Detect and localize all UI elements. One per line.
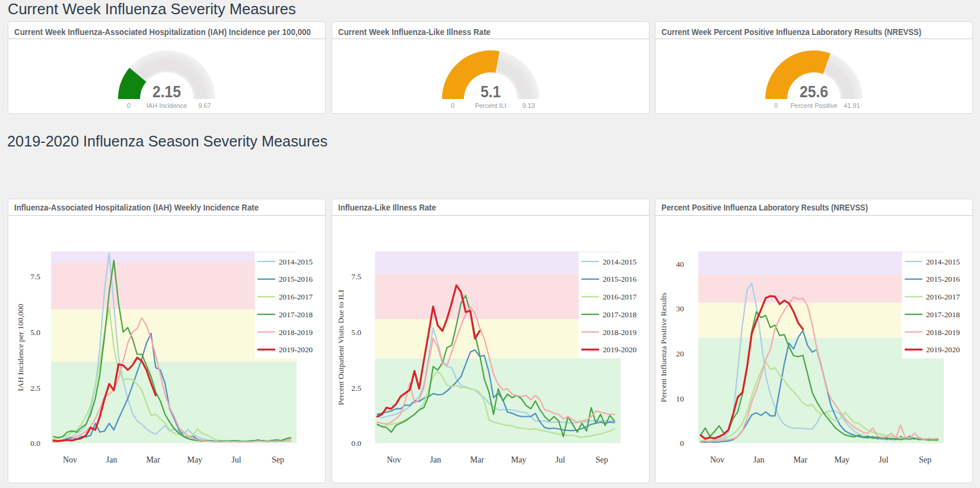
svg-text:7.5: 7.5 <box>351 272 361 281</box>
svg-text:2017-2018: 2017-2018 <box>603 310 637 319</box>
svg-text:2019-2020: 2019-2020 <box>279 345 313 354</box>
svg-text:IAH Incidence: IAH Incidence <box>147 102 187 109</box>
svg-text:2.5: 2.5 <box>351 384 361 393</box>
svg-text:2015-2016: 2015-2016 <box>603 275 637 283</box>
svg-text:41.91: 41.91 <box>844 102 860 109</box>
svg-text:2.5: 2.5 <box>30 384 40 393</box>
svg-text:Jul: Jul <box>555 455 565 464</box>
svg-text:5.0: 5.0 <box>30 328 40 337</box>
svg-text:Nov: Nov <box>63 455 77 464</box>
svg-text:Jul: Jul <box>879 455 888 464</box>
svg-text:May: May <box>511 455 526 464</box>
svg-text:2017-2018: 2017-2018 <box>279 310 313 319</box>
svg-text:2016-2017: 2016-2017 <box>926 292 960 301</box>
svg-text:2019-2020: 2019-2020 <box>603 345 637 354</box>
svg-text:2014-2015: 2014-2015 <box>926 257 960 266</box>
svg-text:Percent ILI: Percent ILI <box>475 102 506 109</box>
svg-text:Sep: Sep <box>596 455 608 464</box>
svg-text:20: 20 <box>676 349 685 358</box>
svg-text:5.1: 5.1 <box>480 82 500 101</box>
svg-text:2015-2016: 2015-2016 <box>926 275 960 283</box>
svg-text:2016-2017: 2016-2017 <box>279 292 313 301</box>
svg-text:5.0: 5.0 <box>351 328 361 337</box>
svg-text:9.13: 9.13 <box>522 102 534 109</box>
svg-text:0: 0 <box>774 102 778 109</box>
svg-text:Sep: Sep <box>272 455 284 464</box>
svg-text:Percent Influenza Positive Res: Percent Influenza Positive Results <box>659 293 668 403</box>
svg-text:9.67: 9.67 <box>198 102 211 109</box>
svg-text:2016-2017: 2016-2017 <box>603 292 637 301</box>
svg-text:0.0: 0.0 <box>351 439 361 448</box>
svg-text:2018-2019: 2018-2019 <box>926 328 960 337</box>
svg-text:25.6: 25.6 <box>800 82 828 101</box>
svg-text:2014-2015: 2014-2015 <box>603 257 637 266</box>
svg-text:30: 30 <box>676 304 685 313</box>
svg-text:2018-2019: 2018-2019 <box>603 328 637 337</box>
svg-text:Mar: Mar <box>794 455 808 464</box>
svg-text:2019-2020: 2019-2020 <box>926 345 960 354</box>
svg-text:0: 0 <box>450 102 454 109</box>
svg-text:Percent Outpatient Visits Due: Percent Outpatient Visits Due to ILI <box>336 289 345 406</box>
svg-text:2.15: 2.15 <box>152 82 181 101</box>
svg-text:0.0: 0.0 <box>30 439 40 448</box>
svg-text:0: 0 <box>127 102 131 109</box>
svg-text:May: May <box>834 455 849 464</box>
svg-text:Jan: Jan <box>106 455 117 464</box>
svg-text:40: 40 <box>676 260 685 269</box>
svg-text:Jul: Jul <box>231 455 241 464</box>
svg-text:May: May <box>187 455 202 464</box>
svg-text:Jan: Jan <box>429 455 441 464</box>
svg-text:2015-2016: 2015-2016 <box>279 275 313 283</box>
svg-text:7.5: 7.5 <box>30 272 40 281</box>
svg-text:2014-2015: 2014-2015 <box>279 257 313 266</box>
svg-text:2017-2018: 2017-2018 <box>926 310 960 319</box>
svg-text:0: 0 <box>680 439 684 448</box>
svg-text:Mar: Mar <box>470 455 484 464</box>
svg-text:Mar: Mar <box>147 455 161 464</box>
svg-text:Nov: Nov <box>386 455 400 464</box>
svg-text:Percent Positive: Percent Positive <box>790 102 837 109</box>
svg-text:2018-2019: 2018-2019 <box>279 328 313 337</box>
svg-text:Jan: Jan <box>753 455 765 464</box>
svg-text:10: 10 <box>676 394 685 403</box>
svg-text:Sep: Sep <box>919 455 931 464</box>
svg-text:Nov: Nov <box>710 455 724 464</box>
svg-text:IAH Incidence per 100,000: IAH Incidence per 100,000 <box>16 304 25 391</box>
